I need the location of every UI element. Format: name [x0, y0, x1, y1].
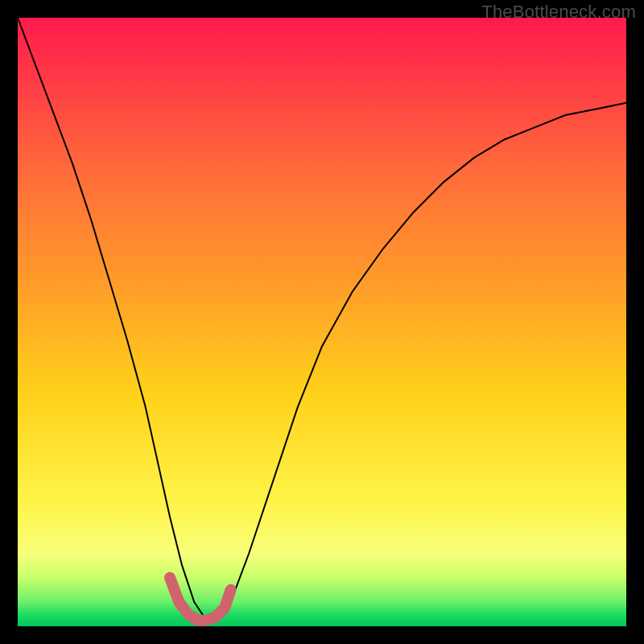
attribution-text: TheBottleneck.com	[481, 2, 636, 23]
chart-plot-area	[18, 18, 626, 626]
bottom-accent-curve	[170, 578, 231, 621]
bottleneck-curve	[18, 18, 626, 620]
bottleneck-curve-svg	[18, 18, 626, 626]
